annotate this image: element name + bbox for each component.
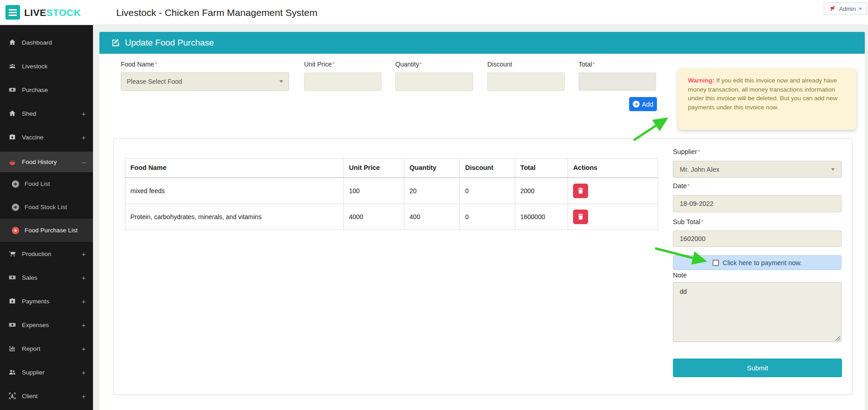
expand-plus-icon[interactable]: + (82, 274, 86, 282)
unit-price-label: Unit Price* (304, 61, 335, 68)
chevron-down-icon (858, 8, 862, 10)
payment-checkbox-label: Click here to payment now. (723, 259, 802, 266)
cell-total: 1600000 (515, 204, 568, 230)
admin-dropdown[interactable]: Admin (824, 2, 867, 15)
sidebar-item-label: Sales (22, 274, 37, 281)
home-icon (8, 39, 16, 46)
circle-arrow-icon (12, 180, 19, 188)
payments-icon (8, 297, 16, 305)
sidebar-item-label: Client (22, 393, 38, 400)
sidebar-item-livestock[interactable]: Livestock (0, 54, 93, 78)
menu-toggle-icon[interactable] (5, 5, 20, 20)
supplier-select[interactable]: Mr. John Alex (673, 161, 842, 178)
sidebar-item-label: Dashboard (22, 39, 52, 46)
delete-row-button[interactable] (573, 210, 588, 224)
cell-unit-price: 4000 (344, 204, 404, 230)
sidebar-subitem-label: Food List (25, 180, 50, 187)
delete-row-button[interactable] (573, 184, 588, 198)
warning-alert: Warning:If you edit this invoice now and… (678, 68, 856, 130)
sidebar-item-vaccine[interactable]: Vaccine + (0, 125, 93, 149)
top-bar: LIVESTOCK Livestock - Chicken Farm Manag… (0, 0, 868, 25)
column-header: Actions (568, 159, 658, 178)
sidebar-item-label: Expenses (22, 322, 49, 328)
expand-plus-icon[interactable]: + (82, 133, 86, 141)
main-content: Update Food Purchase Food Name* Please S… (93, 25, 868, 410)
trash-icon (577, 213, 584, 220)
panel-title: Update Food Purchase (125, 38, 214, 48)
total-label: Total* (579, 61, 595, 68)
expand-plus-icon[interactable]: + (82, 110, 86, 118)
discount-input[interactable] (487, 72, 565, 91)
sidebar-item-label: Payments (22, 298, 49, 305)
cell-food-name: mixed feeds (125, 178, 344, 204)
cell-discount: 0 (460, 204, 515, 230)
note-label: Note (673, 272, 687, 279)
cell-quantity: 400 (404, 204, 460, 230)
sidebar-item-label: Livestock (22, 63, 47, 70)
sidebar-item-label: Vaccine (22, 134, 43, 141)
table-header-row: Food Name Unit Price Quantity Discount T… (125, 159, 658, 178)
sidebar-item-shed[interactable]: Shed + (0, 102, 93, 125)
food-name-selected-value: Please Select Food (127, 78, 182, 85)
sidebar-subitem-food-purchase-list[interactable]: Food Purchase List (0, 219, 93, 242)
circle-arrow-icon (12, 204, 19, 211)
cell-quantity: 20 (404, 178, 460, 204)
note-textarea[interactable]: dd (673, 282, 842, 342)
sidebar-item-label: Production (22, 251, 52, 257)
table-row: mixed feeds 100 20 0 2000 (125, 178, 658, 204)
sidebar-item-dashboard[interactable]: Dashboard (0, 31, 93, 54)
quantity-input[interactable] (395, 72, 473, 91)
supplier-label: Supplier* (673, 148, 700, 155)
sidebar-item-expenses[interactable]: Expenses + (0, 313, 93, 337)
payment-now-row[interactable]: Click here to payment now. (673, 255, 842, 270)
sidebar-item-sales[interactable]: Sales + (0, 266, 93, 289)
sidebar-item-client[interactable]: Client + (0, 384, 93, 408)
sidebar-item-food-history[interactable]: Food History – (0, 152, 93, 172)
select-caret-icon (831, 168, 835, 171)
logo-live: LIVE (24, 7, 46, 18)
sidebar: Dashboard Livestock Purchase Shed + Vacc… (0, 25, 93, 410)
add-button[interactable]: + Add (629, 97, 657, 111)
date-label: Date* (673, 182, 690, 190)
logo-stock: STOCK (46, 7, 81, 18)
sidebar-subitem-food-stock-list[interactable]: Food Stock List (0, 195, 93, 219)
submit-button[interactable]: Submit (673, 359, 842, 377)
cell-total: 2000 (515, 178, 568, 204)
sidebar-item-purchase[interactable]: Purchase (0, 78, 93, 102)
cart-icon (8, 250, 16, 258)
expand-plus-icon[interactable]: + (82, 250, 86, 258)
cell-food-name: Protein, carbohydrates, minerals, and vi… (125, 204, 344, 230)
sidebar-item-label: Purchase (22, 87, 48, 93)
sidebar-item-report[interactable]: Report + (0, 337, 93, 360)
column-header: Quantity (404, 159, 460, 178)
livestock-icon (8, 62, 16, 70)
sub-total-input (673, 231, 842, 247)
expand-plus-icon[interactable]: + (82, 369, 86, 376)
select-caret-icon (279, 80, 283, 83)
collapse-minus-icon[interactable]: – (82, 158, 86, 166)
quantity-label: Quantity* (395, 61, 422, 68)
food-name-select[interactable]: Please Select Food (121, 72, 289, 91)
expand-plus-icon[interactable]: + (82, 392, 86, 400)
unit-price-input[interactable] (304, 72, 382, 91)
payment-checkbox[interactable] (713, 260, 719, 266)
supplier-selected-value: Mr. John Alex (680, 166, 719, 173)
arrow-to-warning (634, 120, 665, 140)
admin-label: Admin (839, 5, 856, 12)
money-icon (8, 86, 16, 94)
sidebar-subitem-food-list[interactable]: Food List (0, 172, 93, 195)
expand-plus-icon[interactable]: + (82, 321, 86, 329)
column-header: Discount (460, 159, 515, 178)
sidebar-item-production[interactable]: Production + (0, 242, 93, 266)
add-button-label: Add (642, 101, 653, 108)
money-icon (8, 321, 16, 329)
sidebar-item-payments[interactable]: Payments + (0, 289, 93, 313)
food-bowl-icon (8, 158, 16, 166)
sidebar-item-supplier[interactable]: Supplier + (0, 360, 93, 384)
expand-plus-icon[interactable]: + (82, 345, 86, 353)
chart-bar-icon (8, 345, 16, 353)
shed-icon (8, 110, 16, 118)
date-input[interactable] (673, 195, 842, 212)
app-logo: LIVESTOCK (24, 0, 81, 25)
expand-plus-icon[interactable]: + (82, 297, 86, 305)
